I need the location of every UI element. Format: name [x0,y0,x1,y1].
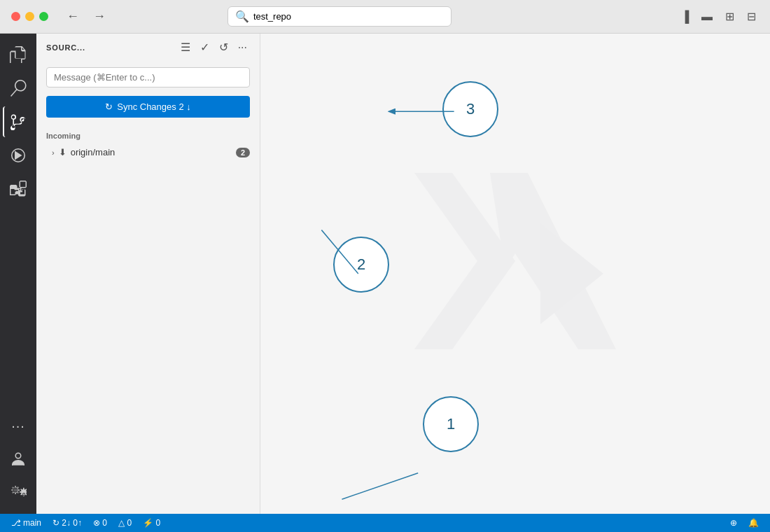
refresh-button[interactable]: ↺ [216,41,231,55]
account-icon [10,451,27,468]
incoming-branch-name: origin/main [71,147,232,158]
activity-bar: ··· [0,34,36,514]
statusbar-right: ⊕ 🔔 [724,518,764,528]
annotation-3: 3 [442,81,498,137]
sidebar-item-explorer[interactable] [3,39,34,70]
chevron-right-icon: › [52,148,55,157]
statusbar-notifications-item[interactable]: 🔔 [743,518,764,528]
svg-line-5 [342,473,418,499]
search-bar[interactable]: 🔍 [227,6,451,27]
zoom-icon: ⊕ [730,518,737,528]
sidebar-actions: ☰ ✓ ↺ ··· [178,41,250,55]
main-container: ··· SOURC... ☰ ✓ ↺ ··· [0,34,770,514]
list-view-button[interactable]: ☰ [178,41,193,55]
split-editor-button[interactable]: ⊞ [722,8,737,24]
run-icon [10,147,27,164]
minimize-button[interactable] [25,12,34,21]
sync-btn-wrapper: ↻ Sync Changes 2 ↓ [36,92,260,126]
sync-changes-button[interactable]: ↻ Sync Changes 2 ↓ [46,96,250,118]
source-control-icon [10,113,27,130]
titlebar: ← → 🔍 ▐ ▬ ⊞ ⊟ [0,0,770,34]
sidebar-item-settings[interactable] [3,477,34,508]
statusbar-warnings-item[interactable]: △ 0 [113,514,137,532]
more-actions-button[interactable]: ··· [235,41,250,55]
annotation-2: 2 [333,237,389,293]
statusbar-branch-label: main [23,518,41,528]
download-icon: ⬇ [59,147,66,158]
statusbar-sync-item[interactable]: ↻ 2↓ 0↑ [47,514,88,532]
sidebar-toggle-button[interactable]: ▐ [678,9,692,24]
more-icon: ··· [11,418,25,434]
statusbar-errors-item[interactable]: ⊗ 0 [88,514,113,532]
sidebar-item-account[interactable] [3,444,34,475]
statusbar: ⎇ main ↻ 2↓ 0↑ ⊗ 0 △ 0 ⚡ 0 ⊕ 🔔 [0,514,770,532]
customize-layout-button[interactable]: ⊟ [744,8,759,24]
back-button[interactable]: ← [62,8,83,25]
sidebar: SOURC... ☰ ✓ ↺ ··· ↻ Sync Changes 2 ↓ In… [36,34,260,514]
sidebar-item-source-control[interactable] [3,106,34,137]
sidebar-header: SOURC... ☰ ✓ ↺ ··· [36,34,260,62]
sidebar-item-more[interactable]: ··· [3,410,34,441]
extensions-icon [10,181,27,197]
git-branch-icon: ⎇ [11,518,21,528]
statusbar-errors-label: ⊗ 0 [93,518,107,528]
editor-area: 1 2 3 [260,34,770,514]
statusbar-sync-label: ↻ 2↓ 0↑ [52,518,82,528]
sidebar-item-extensions[interactable] [3,174,34,204]
commit-button[interactable]: ✓ [197,41,212,55]
incoming-section: Incoming › ⬇ origin/main 2 [36,126,260,163]
bell-icon: 🔔 [748,518,759,528]
statusbar-zoom-item[interactable]: ⊕ [724,518,743,528]
annotation-1: 1 [423,396,479,452]
sidebar-item-run[interactable] [3,140,34,171]
nav-buttons: ← → [62,8,110,25]
search-icon [10,80,27,97]
statusbar-broadcast-item[interactable]: ⚡ 0 [137,514,166,532]
vscode-logo-watermark [389,148,641,400]
sidebar-item-search[interactable] [3,73,34,104]
incoming-count-badge: 2 [236,148,250,158]
sync-label: Sync Changes 2 ↓ [117,102,191,112]
files-icon [10,46,27,63]
traffic-lights [11,12,48,21]
maximize-button[interactable] [39,12,48,21]
sidebar-title: SOURC... [46,43,172,52]
forward-button[interactable]: → [89,8,110,25]
statusbar-warnings-label: △ 0 [118,518,132,528]
statusbar-broadcast-label: ⚡ 0 [143,518,160,528]
sync-icon: ↻ [105,102,113,112]
window-controls: ▐ ▬ ⊞ ⊟ [678,8,759,24]
close-button[interactable] [11,12,20,21]
message-input-wrapper [36,62,260,92]
settings-icon [10,484,27,501]
incoming-item[interactable]: › ⬇ origin/main 2 [46,144,250,160]
search-icon: 🔍 [235,10,249,23]
search-input[interactable] [253,11,444,22]
incoming-label: Incoming [46,132,250,140]
panel-toggle-button[interactable]: ▬ [699,9,715,24]
statusbar-branch-item[interactable]: ⎇ main [6,514,47,532]
commit-message-input[interactable] [46,67,250,88]
